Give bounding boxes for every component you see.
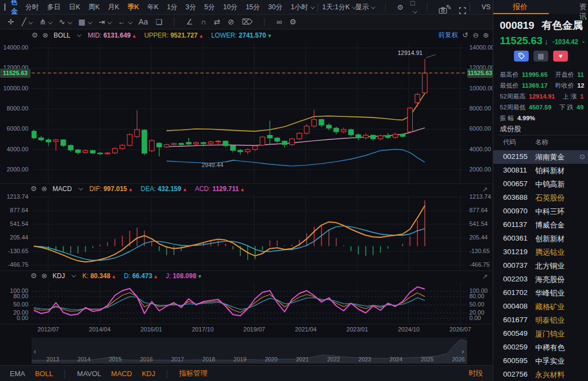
period-分时[interactable]: 分时 <box>26 3 39 12</box>
macd-expand-icon[interactable]: ↗ <box>482 186 488 193</box>
stock-row-000970[interactable]: 000970中科三环 <box>493 205 588 218</box>
stat-value: 11369.17 <box>522 82 548 89</box>
stock-row-002756[interactable]: 002756永兴材料 <box>493 368 588 381</box>
price-tag-left: 11525.63 <box>0 69 30 78</box>
column-code[interactable]: 代码 <box>503 138 516 147</box>
move-tool[interactable]: ✛ <box>8 17 14 26</box>
macd-indicator-bar: ⚙⊗MACDDIF: 997.015▲DEA: 432.159▲ACD: 112… <box>30 185 245 193</box>
bottom-indicator-EMA[interactable]: EMA <box>10 370 25 378</box>
comment-tool[interactable]: ❏ <box>156 17 163 26</box>
boll-low-annotation: 2949.44 <box>201 162 223 168</box>
timespan-button[interactable]: 时段 <box>469 368 483 378</box>
macd-chart-svg[interactable] <box>32 195 467 271</box>
favorite-heart-icon[interactable]: ♥ <box>553 51 568 62</box>
indicator-settings-gear-icon[interactable]: ⚙ <box>30 272 37 280</box>
trendline-tool[interactable]: ╱ <box>22 17 32 26</box>
text-tool[interactable]: Aa <box>139 17 148 26</box>
drawing-settings-icon[interactable]: ⚙ <box>290 17 297 26</box>
stock-row-603688[interactable]: 603688石英股份 <box>493 191 588 205</box>
column-name[interactable]: 名称 <box>535 138 548 147</box>
zoom-in-icon[interactable]: ⊕ <box>483 31 489 39</box>
stock-row-600361[interactable]: 600361创新新材 <box>493 232 588 245</box>
indicator-close-icon[interactable]: ⊗ <box>42 31 48 39</box>
compare-vs-button[interactable]: VS <box>481 3 491 11</box>
period-3分[interactable]: 3分 <box>186 3 196 12</box>
stock-price: 11525.63 <box>500 35 542 46</box>
kdj-expand-icon[interactable]: ↗ <box>482 273 488 280</box>
interval-dropdown[interactable]: 1天:1分K <box>322 3 356 12</box>
period-日K[interactable]: 日K <box>69 3 81 12</box>
stock-row-000657[interactable]: 000657中钨高新 <box>493 177 588 191</box>
measure-tool[interactable]: ⇥ <box>99 17 111 26</box>
stock-row-600595[interactable]: 600595中孚实业 <box>493 354 588 368</box>
stock-row-name: 厦门钨业 <box>535 329 565 339</box>
sync-drawings-tool[interactable]: ⇄ <box>214 17 220 26</box>
adjust-mode-button[interactable]: 前复权 <box>438 30 458 40</box>
period-selector: 分时多日日K周K月K季K年K1分3分5分10分15分30分1小时 <box>26 3 314 12</box>
kdj-chart-svg[interactable] <box>32 282 467 325</box>
gann-tool[interactable]: ▦ <box>78 17 91 26</box>
stock-row-300811[interactable]: 300811铂科新材 <box>493 164 588 177</box>
zoom-out-icon[interactable]: ⊖ <box>473 31 479 39</box>
chart-settings-icon[interactable]: ⚙ <box>397 3 403 11</box>
link-tool[interactable]: ∞ <box>277 17 282 26</box>
price-tag-right: 11525.63 <box>467 69 493 78</box>
period-季K[interactable]: 季K <box>127 3 139 12</box>
indicator-settings-gear-icon[interactable]: ⚙ <box>30 185 37 193</box>
indicator-settings-gear-icon[interactable]: ⚙ <box>32 31 38 39</box>
main-chart-svg[interactable]: 12914.912949.44 <box>32 43 467 183</box>
angle-tool[interactable]: ∠ <box>186 17 193 26</box>
arrow-tool[interactable]: ← <box>118 17 131 26</box>
indicator-item: UPPER: 9521.727▲ <box>144 32 204 39</box>
stock-row-301219[interactable]: 301219腾远钴业 <box>493 245 588 259</box>
stock-row-601677[interactable]: 601677明泰铝业 <box>493 314 588 327</box>
indicator-name[interactable]: KDJ <box>53 272 65 280</box>
svg-text:2016: 2016 <box>140 356 153 362</box>
note-icon[interactable]: ▤ <box>534 51 548 62</box>
stock-row-002203[interactable]: 002203海亮股份 <box>493 273 588 286</box>
period-1小时[interactable]: 1小时 <box>291 3 314 12</box>
tag-icon[interactable] <box>514 51 529 62</box>
pitchfork-tool[interactable]: ⋔ <box>39 17 51 26</box>
stock-code: 000819 <box>500 20 534 31</box>
period-1分[interactable]: 1分 <box>167 3 177 12</box>
svg-text:2015: 2015 <box>109 356 122 362</box>
period-周K[interactable]: 周K <box>88 3 100 12</box>
stock-row-002155[interactable]: 002155湖南黄金⊙ <box>493 150 588 164</box>
toolbar-divider: │ <box>172 18 176 26</box>
navigator-svg[interactable]: 2013201420152016201720182019202020212022… <box>32 337 467 364</box>
period-30分[interactable]: 30分 <box>268 3 283 12</box>
stock-row-600259[interactable]: 600259中稀有色 <box>493 341 588 354</box>
stock-row-601137[interactable]: 601137博威合金 <box>493 218 588 232</box>
hide-drawings-tool[interactable]: ⊘ <box>228 17 234 26</box>
stock-price-row: 11525.63 ↓ -1034.42 - <box>500 35 585 47</box>
stock-row-000737[interactable]: 000737北方铜业 <box>493 259 588 273</box>
period-10分[interactable]: 10分 <box>223 3 237 12</box>
period-多日[interactable]: 多日 <box>47 3 61 12</box>
bottom-indicator-MAVOL[interactable]: MAVOL <box>77 370 102 378</box>
bottom-indicator-KDJ[interactable]: KDJ <box>142 370 155 378</box>
indicator-item-label: UPPER: <box>144 32 170 39</box>
undo-icon[interactable]: ↺ <box>462 31 468 39</box>
period-15分[interactable]: 15分 <box>246 3 260 12</box>
display-menu[interactable]: 显示 <box>355 3 374 12</box>
delete-drawings-tool[interactable]: ⌦ <box>242 17 253 26</box>
stock-row-600549[interactable]: 600549厦门钨业 <box>493 327 588 341</box>
window-layout-icon[interactable] <box>4 3 5 11</box>
wave-tool[interactable]: ∿ <box>59 17 71 26</box>
indicator-close-icon[interactable]: ⊗ <box>41 185 47 193</box>
period-年K[interactable]: 年K <box>148 3 159 12</box>
magnet-tool[interactable]: ∩ <box>201 17 206 26</box>
bottom-indicator-MACD[interactable]: MACD <box>111 370 132 378</box>
tab-quote[interactable]: 报价 <box>513 2 528 12</box>
period-5分[interactable]: 5分 <box>204 3 215 12</box>
chart-style-icon[interactable]: □ <box>411 0 416 15</box>
bottom-indicator-BOLL[interactable]: BOLL <box>35 370 53 378</box>
indicator-name[interactable]: MACD <box>53 185 72 193</box>
stock-row-000408[interactable]: 000408藏格矿业 <box>493 300 588 314</box>
stock-row-601702[interactable]: 601702华峰铝业 <box>493 286 588 300</box>
period-月K[interactable]: 月K <box>108 3 119 12</box>
bottom-indicator-指标管理[interactable]: 指标管理 <box>179 368 207 378</box>
indicator-close-icon[interactable]: ⊗ <box>41 272 47 280</box>
indicator-name[interactable]: BOLL <box>54 32 71 39</box>
